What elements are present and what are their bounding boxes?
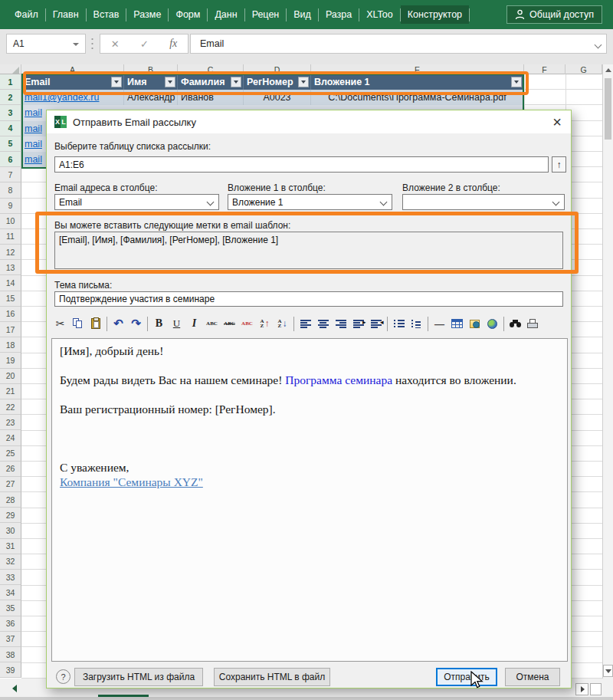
ribbon-tab-8[interactable]: Разра — [319, 5, 359, 24]
insert-table-icon[interactable] — [448, 315, 466, 332]
sheet-scroll-left-icon[interactable] — [12, 685, 17, 692]
row-header-10[interactable]: 10 — [0, 214, 21, 229]
row-header-27[interactable]: 27 — [0, 477, 21, 492]
scroll-right-icon[interactable] — [575, 683, 588, 695]
row-header-2[interactable]: 2 — [0, 90, 21, 105]
row-header-16[interactable]: 16 — [0, 307, 21, 322]
share-button[interactable]: Общий доступ — [506, 5, 602, 24]
row-header-24[interactable]: 24 — [0, 430, 21, 445]
row-header-39[interactable]: 39 — [0, 662, 21, 678]
ribbon-tab-7[interactable]: Вид — [287, 5, 318, 24]
ribbon-tab-4[interactable]: Форм — [169, 5, 207, 24]
row-header-8[interactable]: 8 — [0, 182, 21, 198]
row-header-28[interactable]: 28 — [0, 492, 21, 508]
row-header-18[interactable]: 18 — [0, 337, 21, 353]
vertical-scrollbar[interactable] — [602, 64, 613, 679]
ribbon-tab-1[interactable]: Главн — [46, 5, 86, 24]
ribbon-tab-file[interactable]: Файл — [8, 5, 45, 24]
scroll-down-icon[interactable] — [603, 665, 613, 677]
cut-icon[interactable]: ✂ — [51, 315, 69, 332]
copy-icon[interactable] — [69, 315, 87, 332]
attachment1-column-select[interactable]: Вложение 1 — [228, 194, 392, 210]
row-header-37[interactable]: 37 — [0, 632, 21, 647]
close-icon[interactable]: × — [543, 110, 571, 133]
load-html-button[interactable]: Загрузить HTML из файла — [74, 668, 203, 686]
save-html-button[interactable]: Сохранить HTML в файл — [214, 668, 330, 686]
row-header-21[interactable]: 21 — [0, 384, 21, 399]
row-header-12[interactable]: 12 — [0, 245, 21, 260]
company-link[interactable]: Компания "Семинары XYZ" — [60, 475, 203, 488]
underline-icon[interactable]: U — [168, 315, 185, 332]
select-all-corner[interactable] — [0, 64, 21, 74]
row-header-23[interactable]: 23 — [0, 415, 21, 430]
horizontal-line-icon[interactable]: — — [431, 315, 448, 332]
row-header-14[interactable]: 14 — [0, 275, 21, 291]
drag-dots[interactable] — [91, 37, 93, 51]
cancel-entry-icon[interactable]: ✕ — [111, 38, 120, 50]
paste-icon[interactable] — [87, 315, 104, 332]
bold-icon[interactable]: B — [150, 315, 168, 332]
align-left-icon[interactable] — [297, 315, 314, 332]
send-button[interactable]: Отправить — [436, 668, 497, 686]
row-header-13[interactable]: 13 — [0, 260, 21, 275]
row-header-17[interactable]: 17 — [0, 322, 21, 337]
ribbon-tab-10[interactable]: Конструктор — [401, 5, 469, 24]
row-header-30[interactable]: 30 — [0, 523, 21, 538]
smallcaps-icon[interactable]: ABC — [203, 315, 221, 332]
row-header-7[interactable]: 7 — [0, 167, 21, 182]
row-header-4[interactable]: 4 — [0, 121, 21, 136]
font-color-icon[interactable]: ABC — [238, 315, 256, 332]
attachment2-column-select[interactable] — [402, 194, 565, 210]
ribbon-tab-9[interactable]: XLToo — [359, 5, 400, 24]
expand-formula-bar-icon[interactable] — [595, 41, 602, 49]
email-column-select[interactable]: Email — [54, 194, 219, 210]
help-button[interactable]: ? — [56, 669, 70, 684]
print-icon[interactable] — [524, 315, 542, 332]
row-header-25[interactable]: 25 — [0, 446, 21, 462]
outdent-icon[interactable] — [367, 315, 385, 332]
row-header-11[interactable]: 11 — [0, 229, 21, 245]
column-header-F[interactable]: F — [524, 64, 565, 74]
row-header-5[interactable]: 5 — [0, 136, 21, 152]
sort-asc-icon[interactable]: AZ↑ — [256, 315, 274, 332]
chevron-down-icon[interactable] — [73, 43, 79, 46]
row-header-36[interactable]: 36 — [0, 616, 21, 632]
strikethrough-icon[interactable]: ABC — [221, 315, 238, 332]
align-center-icon[interactable] — [314, 315, 332, 332]
align-right-icon[interactable] — [332, 315, 349, 332]
find-icon[interactable] — [506, 315, 524, 332]
undo-icon[interactable]: ↶ — [110, 315, 127, 332]
row-header-33[interactable]: 33 — [0, 570, 21, 585]
row-header-26[interactable]: 26 — [0, 462, 21, 477]
row-header-19[interactable]: 19 — [0, 353, 21, 368]
ribbon-tab-5[interactable]: Данн — [208, 5, 244, 24]
row-header-6[interactable]: 6 — [0, 152, 21, 167]
cancel-button[interactable]: Отмена — [505, 668, 560, 686]
indent-icon[interactable] — [349, 315, 367, 332]
insert-image-icon[interactable] — [466, 315, 484, 332]
numbered-list-icon[interactable] — [408, 315, 425, 332]
row-header-29[interactable]: 29 — [0, 508, 21, 523]
row-header-34[interactable]: 34 — [0, 585, 21, 600]
row-header-38[interactable]: 38 — [0, 647, 21, 662]
italic-icon[interactable]: I — [185, 315, 203, 332]
formula-input[interactable]: Email — [190, 34, 607, 54]
scrollbar-thumb[interactable] — [605, 78, 611, 140]
sort-desc-icon[interactable]: AZ↓ — [274, 315, 291, 332]
insert-function-icon[interactable]: fx — [169, 38, 177, 50]
row-header-1[interactable]: 1 — [0, 74, 21, 90]
dialog-title-bar[interactable]: XL Отправить Email рассылку × — [47, 110, 571, 133]
row-header-32[interactable]: 32 — [0, 554, 21, 570]
row-header-31[interactable]: 31 — [0, 539, 21, 554]
name-box[interactable]: A1 — [6, 34, 86, 54]
redo-icon[interactable]: ↷ — [127, 315, 145, 332]
confirm-entry-icon[interactable]: ✓ — [140, 38, 149, 50]
ribbon-tab-2[interactable]: Встав — [87, 5, 126, 24]
email-body-editor[interactable]: [Имя], добрый день! Будем рады видеть Ва… — [51, 338, 568, 662]
range-picker-button[interactable]: ↑ — [552, 156, 566, 173]
row-header-15[interactable]: 15 — [0, 291, 21, 307]
column-header-G[interactable]: G — [565, 64, 602, 74]
row-header-20[interactable]: 20 — [0, 369, 21, 384]
ribbon-tab-6[interactable]: Рецен — [245, 5, 287, 24]
range-input[interactable]: A1:E6 — [54, 156, 549, 173]
